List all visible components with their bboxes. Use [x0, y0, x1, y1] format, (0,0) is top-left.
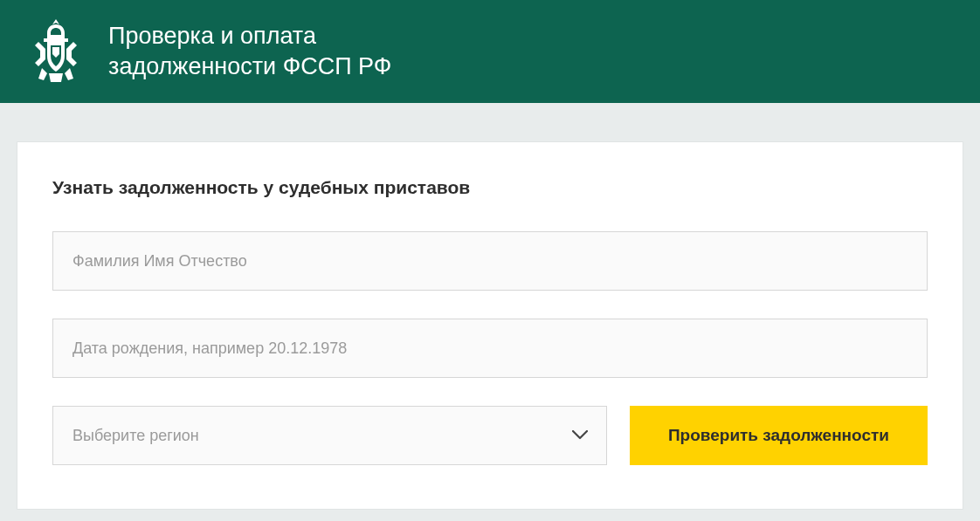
region-select[interactable]: Выберите регион — [52, 406, 607, 465]
check-debt-button[interactable]: Проверить задолженности — [630, 406, 928, 465]
date-of-birth-input[interactable] — [52, 319, 928, 378]
full-name-input[interactable] — [52, 231, 928, 291]
header-title-line1: Проверка и оплата — [108, 21, 391, 51]
bottom-row: Выберите регион Проверить задолженности — [52, 406, 928, 465]
form-heading: Узнать задолженность у судебных приставо… — [52, 177, 928, 198]
content-wrapper: Узнать задолженность у судебных приставо… — [0, 103, 980, 509]
search-form-card: Узнать задолженность у судебных приставо… — [17, 142, 963, 509]
header-title: Проверка и оплата задолженности ФССП РФ — [108, 21, 391, 82]
page-header: Проверка и оплата задолженности ФССП РФ — [0, 0, 980, 103]
region-select-wrapper: Выберите регион — [52, 406, 607, 465]
header-title-line2: задолженности ФССП РФ — [108, 51, 391, 82]
fssp-emblem-icon — [26, 17, 86, 86]
